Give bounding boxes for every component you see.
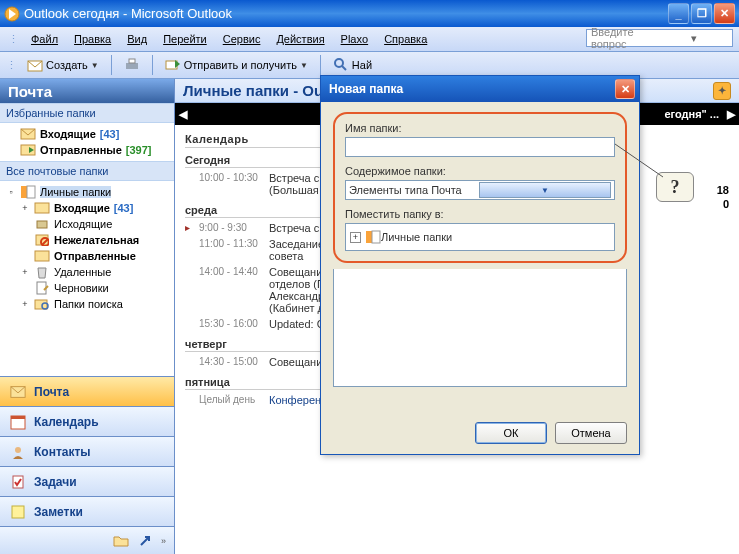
inbox-icon — [34, 201, 50, 215]
svg-rect-18 — [35, 300, 47, 309]
window-title: Outlook сегодня - Microsoft Outlook — [24, 6, 668, 21]
nav-mail-button[interactable]: Почта — [0, 376, 174, 406]
junk-icon — [34, 233, 50, 247]
svg-rect-12 — [37, 221, 47, 228]
nav-calendar-button[interactable]: Календарь — [0, 406, 174, 436]
maximize-button[interactable]: ❐ — [691, 3, 712, 24]
menu-help[interactable]: Справка — [376, 31, 435, 47]
minimize-button[interactable]: _ — [668, 3, 689, 24]
expand-icon[interactable]: + — [20, 203, 30, 213]
outlook-today-icon — [20, 185, 36, 199]
tree-deleted[interactable]: +Удаленные — [20, 264, 172, 280]
close-button[interactable]: ✕ — [714, 3, 735, 24]
trash-icon — [34, 265, 50, 279]
send-receive-button[interactable]: Отправить и получить ▼ — [160, 54, 313, 76]
svg-rect-3 — [129, 59, 135, 63]
nav-tasks-button[interactable]: Задачи — [0, 466, 174, 496]
navigation-pane: Почта Избранные папки Входящие [43] Отпр… — [0, 79, 175, 554]
tree-root-label: Личные папки — [381, 231, 452, 243]
svg-rect-11 — [35, 203, 49, 213]
shortcuts-icon[interactable] — [137, 534, 153, 548]
chevron-down-icon: ▼ — [91, 61, 99, 70]
new-button-label: Создать — [46, 59, 88, 71]
chevron-down-icon: ▼ — [479, 182, 611, 198]
outlook-icon — [4, 6, 20, 22]
tree-junk[interactable]: Нежелательная — [20, 232, 172, 248]
place-in-label: Поместить папку в: — [345, 208, 615, 220]
find-button[interactable]: Най — [328, 54, 377, 76]
print-button[interactable] — [119, 54, 145, 76]
dialog-title: Новая папка — [325, 82, 615, 96]
collapse-icon[interactable]: ▫ — [6, 187, 16, 197]
sent-icon — [20, 143, 36, 157]
chevron-down-icon: ▾ — [660, 32, 729, 45]
fav-sent[interactable]: Отправленные [397] — [6, 142, 172, 158]
tree-drafts[interactable]: Черновики — [20, 280, 172, 296]
menu-view[interactable]: Вид — [119, 31, 155, 47]
calendar-icon — [10, 415, 26, 429]
find-label: Най — [352, 59, 372, 71]
outlook-today-icon — [365, 230, 381, 244]
chevron-down-icon: ▼ — [300, 61, 308, 70]
svg-rect-10 — [27, 186, 35, 198]
svg-rect-26 — [366, 231, 372, 243]
svg-rect-2 — [126, 63, 138, 69]
customize-icon[interactable]: ✦ — [713, 82, 731, 100]
menu-tools[interactable]: Сервис — [215, 31, 269, 47]
folder-name-label: Имя папки: — [345, 122, 615, 134]
favorites-header: Избранные папки — [0, 103, 174, 123]
dialog-close-button[interactable]: ✕ — [615, 79, 635, 99]
allfolders-header: Все почтовые папки — [0, 161, 174, 181]
cancel-button[interactable]: Отмена — [555, 422, 627, 444]
expand-icon[interactable]: + — [20, 299, 30, 309]
tree-outbox[interactable]: Исходящие — [20, 216, 172, 232]
fav-inbox[interactable]: Входящие [43] — [6, 126, 172, 142]
new-folder-dialog: Новая папка ✕ Имя папки: Содержимое папк… — [320, 75, 640, 455]
svg-rect-9 — [21, 186, 27, 198]
svg-point-5 — [335, 59, 343, 67]
folder-content-value: Элементы типа Почта — [349, 184, 479, 196]
tree-search-folders[interactable]: +Папки поиска — [20, 296, 172, 312]
svg-line-6 — [342, 66, 346, 70]
search-icon — [333, 57, 349, 73]
expand-icon[interactable]: + — [20, 267, 30, 277]
folder-content-select[interactable]: Элементы типа Почта ▼ — [345, 180, 615, 200]
nav-notes-button[interactable]: Заметки — [0, 496, 174, 526]
mail-icon — [10, 385, 26, 399]
contacts-icon — [10, 445, 26, 459]
ask-question-placeholder: Введите вопрос — [591, 26, 660, 50]
ask-question-box[interactable]: Введите вопрос ▾ — [586, 29, 733, 47]
menu-go[interactable]: Перейти — [155, 31, 215, 47]
tasks-icon — [10, 475, 26, 489]
dialog-titlebar: Новая папка ✕ — [321, 76, 639, 102]
configure-icon[interactable]: » — [161, 536, 166, 546]
ok-button[interactable]: ОК — [475, 422, 547, 444]
folder-tree-select[interactable]: + Личные папки — [345, 223, 615, 251]
help-balloon[interactable]: ? — [656, 172, 694, 202]
menu-actions[interactable]: Действия — [268, 31, 332, 47]
folder-tree-area[interactable] — [333, 269, 627, 387]
notes-icon — [10, 505, 26, 519]
tree-root[interactable]: ▫ Личные папки — [6, 184, 172, 200]
sent-icon — [34, 249, 50, 263]
inbox-icon — [20, 127, 36, 141]
folder-name-input[interactable] — [345, 137, 615, 157]
menu-file[interactable]: Файл — [23, 31, 66, 47]
nav-contacts-button[interactable]: Контакты — [0, 436, 174, 466]
tree-inbox[interactable]: +Входящие [43] — [20, 200, 172, 216]
menubar: ⋮ Файл Правка Вид Перейти Сервис Действи… — [0, 27, 739, 52]
favorites-list: Входящие [43] Отправленные [397] — [0, 123, 174, 161]
expand-icon[interactable]: + — [350, 232, 361, 243]
highlighted-group: Имя папки: Содержимое папки: Элементы ти… — [333, 112, 627, 263]
new-button[interactable]: Создать ▼ — [22, 54, 104, 76]
send-receive-icon — [165, 57, 181, 73]
svg-rect-16 — [35, 251, 49, 261]
tree-sent[interactable]: Отправленные — [20, 248, 172, 264]
menu-plaxo[interactable]: Plaxo — [333, 31, 377, 47]
arrow-right-icon: ▶ — [719, 108, 735, 121]
folder-icon[interactable] — [113, 534, 129, 548]
nav-header: Почта — [0, 79, 174, 103]
outbox-icon — [34, 217, 50, 231]
menu-edit[interactable]: Правка — [66, 31, 119, 47]
window-titlebar: Outlook сегодня - Microsoft Outlook _ ❐ … — [0, 0, 739, 27]
